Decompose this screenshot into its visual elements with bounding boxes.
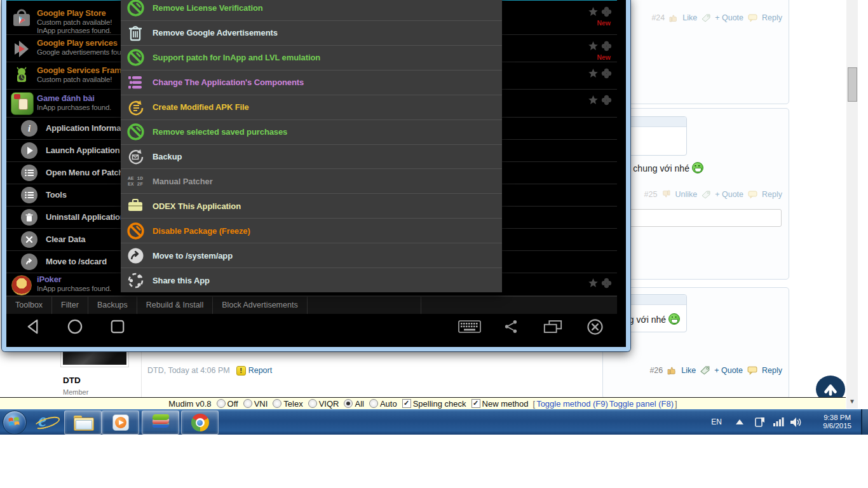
action-center-icon[interactable] [755, 409, 765, 435]
app-desc: InApp purchases found. [37, 27, 111, 35]
radio-vni-label[interactable]: VNI [254, 399, 268, 409]
menu-item-remove-license-verification[interactable]: Remove License Verification [121, 0, 502, 21]
radio-auto[interactable] [369, 399, 378, 408]
windows-mode-icon[interactable] [543, 320, 563, 334]
report-link[interactable]: Report [248, 366, 273, 375]
quote-tag-icon [700, 365, 710, 375]
menu-item-remove-google-advertisements[interactable]: Remove Google Advertisements [121, 21, 502, 46]
post-25-actions: #25 Unlike + Quote Reply [644, 190, 782, 199]
app-desc: Custom patch available! [37, 18, 112, 27]
back-button[interactable] [25, 318, 42, 335]
tab-backups[interactable]: Backups [88, 297, 137, 315]
arrow-up-icon [821, 381, 840, 398]
menu-item-manual-patcher[interactable]: AE 1DEX 2F Manual Patcher [121, 169, 502, 194]
android-icon [11, 65, 32, 86]
quote-link[interactable]: + Quote [715, 13, 743, 22]
tray-language[interactable]: EN [711, 409, 722, 435]
network-icon[interactable] [773, 409, 784, 435]
radio-all-label[interactable]: All [355, 399, 363, 409]
menu-item-support-patch-inapp-lvl[interactable]: Support patch for InApp and LVL emulatio… [121, 46, 502, 71]
quote-link[interactable]: + Quote [714, 366, 743, 375]
internet-explorer-icon[interactable]: e [33, 411, 60, 433]
radio-auto-label[interactable]: Auto [380, 399, 397, 409]
menu-item-disable-package-freeze[interactable]: Disable Package (Freeze) [121, 219, 502, 243]
start-button[interactable] [3, 410, 27, 435]
reply-bubble-icon [747, 365, 757, 375]
tab-rebuild-install[interactable]: Rebuild & Install [137, 297, 213, 315]
toggle-panel-link[interactable]: Toggle panel (F8) [609, 399, 674, 409]
radio-vni[interactable] [243, 399, 252, 408]
tab-filter[interactable]: Filter [52, 297, 88, 315]
quote-link[interactable]: + Quote [715, 190, 743, 199]
browser-scrollbar[interactable]: ▼ [846, 0, 858, 409]
volume-icon[interactable] [790, 409, 802, 435]
spelling-check-label[interactable]: Spelling check [413, 399, 466, 409]
clover-icon[interactable] [601, 68, 612, 79]
author-role: Member [63, 388, 88, 396]
menu-item-odex-application[interactable]: ODEX This Application [121, 194, 502, 219]
tab-block-advertisements[interactable]: Block Advertisements [213, 297, 308, 315]
menu-item-create-modified-apk[interactable]: Create Modified APK File [121, 95, 502, 120]
close-emulator-icon[interactable] [587, 318, 604, 336]
reply-link[interactable]: Reply [762, 13, 782, 22]
trash-icon [126, 24, 145, 43]
tray-show-hidden-icons[interactable] [736, 409, 743, 435]
clover-icon[interactable] [601, 95, 612, 105]
app-desc: Google advertisements found. [37, 48, 131, 57]
radio-telex-label[interactable]: Telex [283, 399, 302, 409]
author-name[interactable]: DTD [63, 376, 81, 385]
recents-button[interactable] [110, 319, 125, 334]
radio-telex[interactable] [273, 399, 281, 408]
post-number: #25 [644, 190, 658, 199]
menu-item-backup[interactable]: Backup [121, 145, 502, 170]
share-icon[interactable] [503, 319, 519, 334]
unlike-link[interactable]: Unlike [675, 190, 697, 199]
radio-viqr-label[interactable]: VIQR [319, 399, 339, 409]
chrome-button[interactable] [181, 410, 219, 435]
clover-icon[interactable] [601, 278, 612, 288]
file-explorer-button[interactable] [64, 410, 102, 435]
star-icon[interactable] [588, 6, 599, 17]
checkbox-new-method[interactable]: ✓ [471, 399, 480, 408]
scrollbar-thumb[interactable] [848, 67, 857, 102]
home-button[interactable] [67, 318, 83, 335]
star-icon[interactable] [588, 95, 599, 105]
reply-input[interactable] [604, 209, 782, 227]
star-icon[interactable] [588, 41, 599, 51]
post-24-actions: #24 Like + Quote Reply [651, 13, 782, 22]
reply-link[interactable]: Reply [762, 190, 782, 199]
bluestacks-button[interactable] [142, 410, 179, 435]
menu-item-move-to-system-app[interactable]: Move to /system/app [121, 243, 502, 268]
radio-off[interactable] [217, 399, 226, 408]
tab-toolbox[interactable]: Toolbox [6, 297, 52, 315]
move-arrow-icon [21, 254, 37, 270]
media-player-button[interactable] [102, 410, 139, 435]
radio-viqr[interactable] [308, 399, 317, 408]
menu-item-share-this-app[interactable]: Share this App [121, 268, 502, 292]
post-meta: DTD, Today at 4:06 PM!Report [147, 366, 272, 375]
checkbox-spelling-check[interactable]: ✓ [402, 399, 411, 408]
radio-off-label[interactable]: Off [227, 399, 238, 409]
keyboard-icon[interactable] [458, 320, 481, 333]
reply-link[interactable]: Reply [762, 366, 782, 375]
star-icon[interactable] [588, 68, 599, 79]
menu-list-icon [21, 165, 37, 181]
row-badges [588, 68, 612, 79]
star-icon[interactable] [588, 278, 599, 288]
like-link[interactable]: Like [682, 13, 697, 22]
clover-icon[interactable] [601, 6, 612, 17]
radio-all-selected[interactable] [344, 399, 353, 408]
tray-clock[interactable]: 9:38 PM9/6/2015 [823, 409, 851, 435]
mudim-title: Mudim v0.8 [168, 399, 211, 409]
toggle-method-link[interactable]: Toggle method (F9) [536, 399, 608, 409]
patch-menu-popup: Remove License Verification Remove Googl… [121, 0, 502, 292]
show-desktop-button[interactable] [861, 409, 868, 435]
menu-item-change-components[interactable]: Change The Application's Components [121, 71, 502, 95]
folder-icon [74, 416, 93, 430]
scrollbar-down-arrow[interactable]: ▼ [848, 398, 856, 405]
like-link[interactable]: Like [681, 366, 696, 375]
clover-icon[interactable] [601, 41, 612, 51]
new-method-label[interactable]: New method [482, 399, 529, 409]
reply-bubble-icon [748, 13, 757, 22]
menu-item-remove-saved-purchases[interactable]: Remove selected saved purchases [121, 120, 502, 145]
